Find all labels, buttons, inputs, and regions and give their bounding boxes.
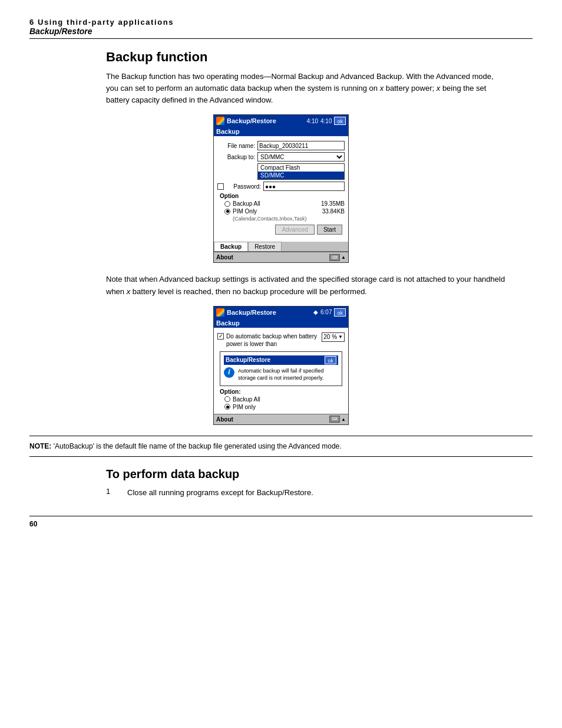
- keyboard-icon-2[interactable]: ⌨: [329, 416, 340, 423]
- option1-row-2[interactable]: Backup All: [220, 396, 345, 403]
- button-row-1: Advanced Start: [217, 223, 345, 236]
- file-name-input[interactable]: [257, 141, 345, 150]
- page-number: 60: [29, 520, 37, 528]
- option1-label: Backup All: [233, 200, 260, 207]
- option2-radio-2[interactable]: [224, 404, 230, 410]
- ppc-body-1: File name: Backup to: SD/MMC Compact Fla…: [214, 139, 348, 241]
- screenshot1-wrapper: Backup/Restore 4:10 4:10 ok Backup File …: [29, 114, 533, 263]
- windows-ce-icon: [216, 117, 224, 125]
- option-group-1: Option Backup All 19.35MB PIM Only 33.84…: [220, 193, 345, 222]
- option2-label: PIM Only: [233, 208, 257, 215]
- percent-select[interactable]: 20 % ▼: [322, 332, 345, 342]
- option1-radio[interactable]: [224, 201, 230, 207]
- option-group-2: Option: Backup All PIM only: [220, 388, 345, 410]
- option1-row[interactable]: Backup All 19.35MB: [220, 200, 345, 207]
- page-footer: 60: [29, 516, 533, 528]
- ppc-bottombar-1: About ⌨ ▲: [214, 252, 348, 262]
- ppc-section-label-2: Backup: [214, 318, 348, 328]
- arrow-up-2: ▲: [341, 417, 346, 422]
- backup-function-heading: Backup function: [106, 50, 533, 65]
- backup-to-select[interactable]: SD/MMC: [257, 152, 345, 162]
- chapter-subtitle: Backup/Restore: [29, 27, 533, 36]
- backup-to-label: Backup to:: [217, 154, 257, 160]
- auto-backup-label: Do automatic backup when battery power i…: [226, 332, 322, 348]
- ppc-dialog: Backup/Restore ok i Automatic backup wil…: [220, 351, 342, 386]
- tab-restore-1[interactable]: Restore: [248, 242, 282, 251]
- note-box: NOTE: 'AutoBackup' is the default file n…: [29, 436, 533, 457]
- note-text: 'AutoBackup' is the default file name of…: [54, 442, 342, 450]
- dropdown-item-sd-mmc[interactable]: SD/MMC: [258, 172, 344, 179]
- option2-label-2: PIM only: [233, 404, 256, 410]
- note-label: NOTE:: [29, 442, 51, 450]
- ppc-ok-btn-1[interactable]: ok: [334, 117, 346, 125]
- auto-backup-checkbox[interactable]: ✓: [217, 333, 224, 340]
- ppc-title-2: Backup/Restore: [227, 309, 276, 316]
- ppc-bottombar-2: About ⌨ ▲: [214, 414, 348, 424]
- option-sub: (Calendar,Contacts,Inbox,Task): [220, 216, 345, 222]
- backup-to-row: Backup to: SD/MMC: [217, 152, 345, 162]
- ppc-time-1: 4:10: [307, 118, 318, 124]
- dialog-message: Automatic backup will fail if specified …: [238, 367, 338, 382]
- about-label-1[interactable]: About: [216, 254, 233, 261]
- ppc-titlebar-left-2: Backup/Restore: [216, 308, 276, 317]
- auto-backup-row: ✓ Do automatic backup when battery power…: [217, 332, 345, 348]
- screenshot2-wrapper: Backup/Restore ◆ 6:07 ok Backup ✓ Do aut…: [29, 306, 533, 425]
- file-name-row: File name:: [217, 141, 345, 150]
- ppc-titlebar-right-2: ◆ 6:07 ok: [313, 308, 346, 317]
- ppc-section-label-1: Backup: [214, 127, 348, 136]
- ppc-signal-2: ◆: [313, 309, 318, 315]
- windows-ce-icon-2: [216, 308, 224, 317]
- page-header: 6 Using third-party applications Backup/…: [29, 18, 533, 39]
- option1-label-2: Backup All: [233, 396, 260, 403]
- option2-row[interactable]: PIM Only 33.84KB: [220, 208, 345, 215]
- dialog-ok-btn[interactable]: ok: [325, 356, 336, 364]
- section1-container: Backup function The Backup function has …: [29, 50, 533, 106]
- ppc-titlebar-left-1: Backup/Restore: [216, 117, 276, 125]
- backup-function-paragraph: The Backup function has two operating mo…: [106, 71, 507, 106]
- backup-to-dropdown[interactable]: Compact Flash SD/MMC: [257, 163, 345, 180]
- ppc-titlebar-right-1: 4:10 4:10 ok: [307, 117, 346, 125]
- start-button[interactable]: Start: [317, 225, 342, 235]
- dialog-titlebar: Backup/Restore ok: [224, 355, 338, 365]
- keyboard-icon-1[interactable]: ⌨: [329, 254, 340, 261]
- ppc-ok-btn-2[interactable]: ok: [334, 308, 346, 317]
- step-1-text: Close all running programs except for Ba…: [127, 487, 313, 499]
- option-label-2: Option:: [220, 388, 345, 395]
- password-row: Password:: [217, 182, 345, 191]
- ppc-window-2: Backup/Restore ◆ 6:07 ok Backup ✓ Do aut…: [213, 306, 349, 425]
- ppc-tab-bar-1: Backup Restore: [214, 242, 348, 252]
- inter-paragraph: Note that when Advanced backup settings …: [106, 274, 507, 297]
- dropdown-item-compact-flash[interactable]: Compact Flash: [258, 164, 344, 172]
- option1-radio-2[interactable]: [224, 396, 230, 402]
- info-icon: i: [224, 367, 234, 378]
- file-name-label: File name:: [217, 143, 257, 149]
- option2-radio[interactable]: [224, 209, 230, 215]
- about-label-2[interactable]: About: [216, 416, 233, 423]
- step-1: 1 Close all running programs except for …: [106, 487, 533, 499]
- ppc-titlebar-2: Backup/Restore ◆ 6:07 ok: [214, 307, 348, 318]
- step-1-num: 1: [106, 487, 118, 499]
- dialog-body: i Automatic backup will fail if specifie…: [224, 367, 338, 382]
- ppc-window-1: Backup/Restore 4:10 4:10 ok Backup File …: [213, 114, 349, 263]
- arrow-up-1: ▲: [341, 255, 346, 260]
- header-rule: [29, 38, 533, 39]
- section2-container: To perform data backup 1 Close all runni…: [29, 467, 533, 499]
- page-container: 6 Using third-party applications Backup/…: [0, 0, 562, 728]
- option-label-1: Option: [220, 193, 345, 199]
- percent-value: 20 %: [323, 332, 337, 342]
- ppc-titlebar-1: Backup/Restore 4:10 4:10 ok: [214, 115, 348, 127]
- advanced-button[interactable]: Advanced: [275, 225, 314, 235]
- option1-size: 19.35MB: [321, 200, 345, 207]
- password-label: Password:: [228, 183, 263, 190]
- inter-paragraph-wrapper: Note that when Advanced backup settings …: [29, 274, 533, 297]
- dialog-title: Backup/Restore: [226, 357, 270, 363]
- option2-row-2[interactable]: PIM only: [220, 404, 345, 410]
- tab-backup-1[interactable]: Backup: [214, 242, 248, 251]
- password-input[interactable]: [263, 182, 345, 191]
- ppc-body-2: ✓ Do automatic backup when battery power…: [214, 330, 348, 414]
- perform-heading: To perform data backup: [106, 467, 533, 481]
- ppc-time-val-1: 4:10: [320, 118, 332, 124]
- ppc-title-1: Backup/Restore: [227, 117, 276, 124]
- ppc-time-val-2: 6:07: [320, 309, 332, 315]
- option2-size: 33.84KB: [322, 208, 345, 215]
